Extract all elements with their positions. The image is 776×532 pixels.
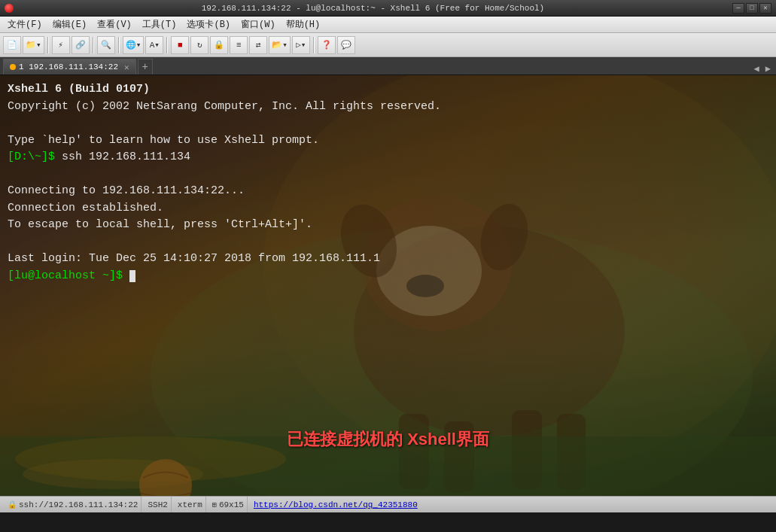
toolbar-btn5[interactable]: A▾ bbox=[145, 36, 163, 54]
menu-tools[interactable]: 工具(T) bbox=[138, 17, 181, 32]
status-protocol-text: SSH2 bbox=[148, 500, 167, 509]
term-line-11: Last login: Tue Dec 25 14:10:27 2018 fro… bbox=[8, 251, 768, 268]
tab-session[interactable]: 1 192.168.111.134:22 ✕ bbox=[3, 59, 136, 74]
title-bar-controls: ─ □ ✕ bbox=[732, 3, 771, 14]
status-lock-icon: 🔒 bbox=[8, 500, 17, 509]
toolbar-sep1 bbox=[47, 37, 49, 53]
status-size-text: 69x15 bbox=[219, 500, 244, 509]
term-line-7: Connecting to 192.168.111.134:22... bbox=[8, 183, 768, 200]
term-line-9: To escape to local shell, press 'Ctrl+Al… bbox=[8, 217, 768, 234]
tab-next-button[interactable]: ▶ bbox=[763, 63, 773, 74]
term-cursor bbox=[129, 270, 135, 282]
tab-prev-button[interactable]: ◀ bbox=[752, 63, 762, 74]
menu-edit[interactable]: 编辑(E) bbox=[48, 17, 92, 32]
term-line-6 bbox=[8, 166, 768, 184]
toolbar: 📄 📁▾ ⚡ 🔗 🔍 🌐▾ A▾ ■ ↻ 🔒 ≡ ⇄ 📂▾ ▷▾ ❓ 💬 bbox=[0, 33, 776, 57]
window-icon bbox=[5, 4, 14, 13]
tab-bar: 1 192.168.111.134:22 ✕ + ◀ ▶ bbox=[0, 57, 776, 75]
term-line-4: Type `help' to learn how to use Xshell p… bbox=[8, 132, 768, 150]
toolbar-open-group[interactable]: 📁▾ bbox=[23, 36, 44, 54]
toolbar-sep5 bbox=[313, 37, 315, 53]
term-line-1: Xshell 6 (Build 0107) bbox=[8, 81, 768, 99]
maximize-button[interactable]: □ bbox=[746, 3, 758, 14]
tab-status-dot bbox=[10, 64, 16, 70]
tab-add-button[interactable]: + bbox=[138, 59, 153, 74]
menu-file[interactable]: 文件(F) bbox=[3, 17, 47, 32]
toolbar-sep3 bbox=[118, 37, 120, 53]
term-line-8: Connection established. bbox=[8, 200, 768, 217]
status-connection: 🔒 ssh://192.168.111.134:22 bbox=[5, 497, 142, 512]
status-url-link[interactable]: https://blog.csdn.net/qq_42351880 bbox=[254, 500, 418, 509]
title-bar: 192.168.111.134:22 - lu@localhost:~ - Xs… bbox=[0, 0, 776, 17]
toolbar-connect[interactable]: ⚡ bbox=[52, 36, 70, 54]
tab-label: 1 192.168.111.134:22 bbox=[19, 62, 118, 71]
toolbar-lock[interactable]: 🔒 bbox=[210, 36, 228, 54]
toolbar-sep4 bbox=[166, 37, 168, 53]
minimize-button[interactable]: ─ bbox=[732, 3, 744, 14]
toolbar-sep2 bbox=[93, 37, 94, 53]
toolbar-new[interactable]: 📄 bbox=[3, 36, 21, 54]
toolbar-zoom[interactable]: 🔍 bbox=[97, 36, 115, 54]
toolbar-folder[interactable]: 📂▾ bbox=[269, 36, 291, 54]
status-bar: 🔒 ssh://192.168.111.134:22 SSH2 xterm ⊞ … bbox=[0, 496, 776, 512]
term-line-12: [lu@localhost ~]$ bbox=[8, 268, 768, 285]
menu-window[interactable]: 窗口(W) bbox=[236, 17, 280, 32]
watermark-text: 已连接虚拟机的 Xshell界面 bbox=[287, 428, 489, 451]
toolbar-connect2[interactable]: 🔗 bbox=[72, 36, 90, 54]
status-terminal-text: xterm bbox=[178, 500, 202, 509]
term-line-2: Copyright (c) 2002 NetSarang Computer, I… bbox=[8, 99, 768, 116]
terminal-container[interactable]: Xshell 6 (Build 0107) Copyright (c) 2002… bbox=[0, 75, 776, 496]
toolbar-help[interactable]: ❓ bbox=[318, 36, 336, 54]
status-size: ⊞ 69x15 bbox=[209, 497, 248, 512]
term-prompt2: [lu@localhost ~]$ bbox=[8, 269, 129, 282]
title-bar-text: 192.168.111.134:22 - lu@localhost:~ - Xs… bbox=[18, 4, 728, 13]
menu-view[interactable]: 查看(V) bbox=[93, 17, 136, 32]
term-line-3 bbox=[8, 115, 768, 132]
term-line-5: [D:\~]$ ssh 192.168.111.134 bbox=[8, 149, 768, 166]
toolbar-transfer[interactable]: ⇄ bbox=[249, 36, 267, 54]
status-connection-text: ssh://192.168.111.134:22 bbox=[19, 500, 138, 509]
status-protocol: SSH2 bbox=[145, 497, 171, 512]
menu-help[interactable]: 帮助(H) bbox=[281, 17, 325, 32]
toolbar-chat[interactable]: 💬 bbox=[337, 36, 355, 54]
tab-close-icon[interactable]: ✕ bbox=[124, 62, 129, 72]
toolbar-scripts[interactable]: ▷▾ bbox=[292, 36, 310, 54]
menu-tabs[interactable]: 选项卡(B) bbox=[182, 17, 235, 32]
toolbar-stop[interactable]: ■ bbox=[171, 36, 189, 54]
term-line-10 bbox=[8, 234, 768, 251]
close-button[interactable]: ✕ bbox=[759, 3, 771, 14]
term-cmd1: ssh 192.168.111.134 bbox=[62, 150, 190, 163]
toolbar-btn4[interactable]: 🌐▾ bbox=[123, 36, 145, 54]
status-size-icon: ⊞ bbox=[212, 500, 217, 509]
toolbar-refresh[interactable]: ↻ bbox=[190, 36, 208, 54]
status-url-container: https://blog.csdn.net/qq_42351880 bbox=[251, 497, 421, 512]
tab-nav: ◀ ▶ bbox=[752, 63, 773, 74]
status-terminal: xterm bbox=[175, 497, 206, 512]
toolbar-btn6[interactable]: ≡ bbox=[230, 36, 248, 54]
menu-bar: 文件(F) 编辑(E) 查看(V) 工具(T) 选项卡(B) 窗口(W) 帮助(… bbox=[0, 17, 776, 33]
term-prompt1: [D:\~]$ bbox=[8, 150, 62, 163]
